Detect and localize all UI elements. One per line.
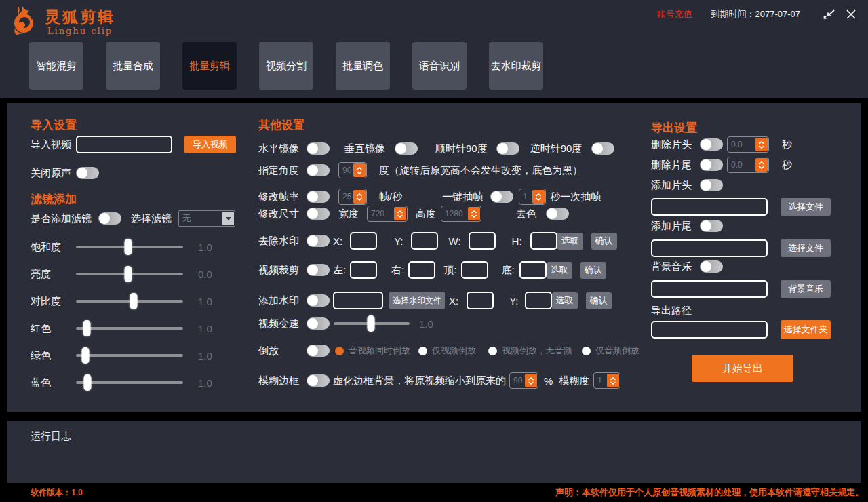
crop-pick-button[interactable]: 选取 [547,262,572,279]
radio-reverse-video-noaudio[interactable] [488,347,497,355]
spinner-up-down-icon[interactable] [607,374,619,387]
radio-reverse-av[interactable] [335,347,344,355]
tab-batch-edit[interactable]: 批量剪辑 [182,42,237,90]
mirror-horizontal-toggle[interactable] [307,142,330,155]
bgm-choose-button[interactable]: 背景音乐 [781,280,831,298]
rotate-cw-toggle[interactable] [496,142,519,155]
trim-head-toggle[interactable] [700,138,723,151]
wm-file-input[interactable] [333,292,383,309]
add-head-file-input[interactable] [651,198,768,216]
choose-folder-button[interactable]: 选择文件夹 [781,320,831,339]
extract-frame-unit: 秒一次抽帧 [550,191,601,204]
green-slider[interactable] [76,347,183,364]
crop-bottom-input[interactable] [519,261,547,279]
blur-border-toggle[interactable] [307,374,330,387]
add-head-toggle[interactable] [700,179,723,191]
wm-x-input[interactable] [350,232,377,250]
wm-h-input[interactable] [530,232,557,250]
blur-scale-spinner[interactable]: 90 [509,372,538,389]
tab-video-split[interactable]: 视频分割 [259,42,313,90]
wm-y-input[interactable] [411,232,438,250]
crop-left-input[interactable] [350,261,377,279]
radio-reverse-audio-only-label[interactable]: 仅音频倒放 [595,345,639,357]
crop-top-input[interactable] [461,261,488,279]
spinner-up-down-icon[interactable] [468,207,480,220]
recharge-link[interactable]: 账号充值 [657,8,692,20]
saturation-slider[interactable] [76,239,183,255]
decolor-toggle[interactable] [546,208,569,220]
rotate-ccw-toggle[interactable] [591,142,614,155]
start-export-button[interactable]: 开始导出 [692,355,793,382]
wm-file-button[interactable]: 选择水印文件 [389,292,445,309]
spinner-up-down-icon[interactable] [353,190,366,204]
radio-reverse-video-only[interactable] [418,347,427,355]
watermark-add-toggle[interactable] [307,294,330,307]
filter-select[interactable]: 无 [178,210,235,227]
tab-speech-recognition[interactable]: 语音识别 [412,42,467,90]
wm-add-x-input[interactable] [467,292,494,309]
crop-right-input[interactable] [408,261,435,279]
wm-add-confirm-button[interactable]: 确认 [586,292,612,309]
radio-reverse-video-only-label[interactable]: 仅视频倒放 [432,345,476,357]
trim-tail-spinner[interactable]: 0.0 [727,157,769,173]
tab-smart-mix[interactable]: 智能混剪 [29,42,83,90]
import-video-input[interactable] [76,136,172,153]
bgm-toggle[interactable] [700,260,723,273]
brightness-slider[interactable] [76,266,183,282]
add-filter-toggle[interactable] [98,212,121,225]
trim-tail-toggle[interactable] [700,159,723,171]
width-spinner[interactable]: 720 [367,206,408,222]
blue-slider[interactable] [76,374,183,391]
extract-frame-toggle[interactable] [490,191,513,203]
contrast-slider[interactable] [76,293,183,309]
spinner-up-down-icon[interactable] [755,138,768,151]
speed-toggle[interactable] [307,317,330,330]
radio-reverse-audio-only[interactable] [582,347,591,355]
blur-percent-sign: % [544,375,553,387]
run-log-panel[interactable]: 运行日志 [7,421,861,483]
tab-batch-color[interactable]: 批量调色 [336,42,390,90]
close-icon[interactable] [842,5,860,23]
resize-toggle[interactable] [307,208,330,220]
radio-reverse-av-label[interactable]: 音视频同时倒放 [349,345,410,357]
wm-remove-pick-button[interactable]: 选取 [557,233,583,250]
add-tail-file-input[interactable] [651,239,768,257]
export-path-input[interactable] [651,321,768,339]
angle-toggle[interactable] [307,164,330,176]
add-tail-toggle[interactable] [700,220,723,232]
wm-add-pick-button[interactable]: 选取 [552,292,578,309]
dropdown-arrow-icon[interactable] [222,212,234,225]
filter-section-title: 滤镜添加 [31,191,77,207]
wm-add-y-input[interactable] [525,292,552,309]
fps-spinner[interactable]: 25 [338,189,367,205]
add-head-choose-file-button[interactable]: 选择文件 [781,198,831,216]
speed-slider[interactable] [334,315,410,332]
crop-confirm-button[interactable]: 确认 [580,262,606,279]
fps-toggle[interactable] [307,191,330,203]
mute-original-toggle[interactable] [76,167,99,179]
bgm-file-input[interactable] [651,280,768,298]
radio-reverse-video-noaudio-label[interactable]: 视频倒放，无音频 [502,345,572,357]
spinner-up-down-icon[interactable] [755,158,768,172]
minimize-icon[interactable] [821,5,838,23]
angle-spinner[interactable]: 90 [338,162,367,178]
tab-watermark-crop[interactable]: 去水印裁剪 [489,42,543,90]
red-slider[interactable] [76,320,183,336]
trim-head-spinner[interactable]: 0.0 [727,136,769,153]
mirror-vertical-toggle[interactable] [395,142,418,155]
spinner-up-down-icon[interactable] [525,374,537,387]
tab-batch-compose[interactable]: 批量合成 [106,42,160,90]
wm-w-input[interactable] [469,232,496,250]
blur-degree-spinner[interactable]: 1 [593,372,620,389]
reverse-toggle[interactable] [307,345,330,357]
height-spinner[interactable]: 1280 [441,206,481,222]
extract-frame-spinner[interactable]: 1 [519,189,546,205]
wm-remove-confirm-button[interactable]: 确认 [591,233,617,250]
spinner-up-down-icon[interactable] [532,190,545,204]
watermark-remove-toggle[interactable] [307,235,330,247]
spinner-up-down-icon[interactable] [394,207,406,220]
crop-toggle[interactable] [307,264,330,276]
spinner-up-down-icon[interactable] [353,163,366,177]
import-video-button[interactable]: 导入视频 [184,136,236,153]
add-tail-choose-file-button[interactable]: 选择文件 [781,239,831,257]
